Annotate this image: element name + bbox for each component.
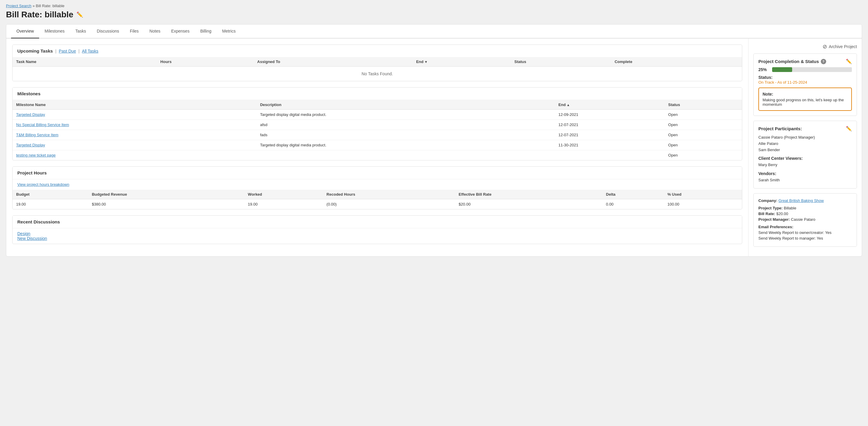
archive-button-label: Archive Project [829, 44, 857, 49]
col-assigned-to: Assigned To [254, 57, 412, 67]
upcoming-tasks-section: Upcoming Tasks | Past Due | All Tasks Ta… [12, 44, 742, 81]
help-icon[interactable]: ? [821, 59, 826, 64]
project-manager-row: Project Manager: Cassie Pataro [758, 217, 852, 222]
archive-project-button[interactable]: ⊘ Archive Project [823, 43, 857, 50]
status-label: Status: [758, 75, 772, 80]
completion-status-section: Project Completion & Status ? ✏️ 25% Sta… [753, 54, 857, 116]
note-label: Note: [763, 92, 848, 96]
vendor-sarah: Sarah Smith [758, 177, 852, 183]
cell-milestone-name: testing new ticket page [12, 150, 256, 160]
cell-milestone-desc: fads [256, 130, 555, 140]
edit-participants-button[interactable]: ✏️ [846, 126, 852, 131]
col-end: End▼ [412, 57, 511, 67]
discussion-design-link[interactable]: Design [17, 231, 30, 236]
breadcrumb-link[interactable]: Project Search [6, 4, 31, 8]
milestone-name-link[interactable]: No Special Billing Service Item [16, 122, 69, 127]
progress-bar-fill [772, 67, 792, 72]
tab-tasks[interactable]: Tasks [70, 25, 91, 38]
all-tasks-link[interactable]: All Tasks [82, 49, 98, 54]
participant-allie: Allie Pataro [758, 141, 852, 147]
participants-title-row: Project Participants: ✏️ [758, 126, 852, 131]
view-breakdown-link[interactable]: View project hours breakdown [17, 182, 737, 187]
cell-pct-used: 100.00 [664, 199, 742, 209]
edit-title-icon[interactable]: ✏️ [76, 11, 83, 18]
cell-worked: 19.00 [244, 199, 323, 209]
milestone-name-link[interactable]: Targeted Display [16, 112, 45, 117]
cell-budgeted-revenue: $380.00 [88, 199, 244, 209]
company-link[interactable]: Great British Baking Show [778, 199, 824, 203]
client-center-mary: Mary Berry [758, 162, 852, 168]
past-due-link[interactable]: Past Due [59, 49, 76, 54]
cell-milestone-name: Targeted Display [12, 140, 256, 150]
discussion-new-link[interactable]: New Discussion [17, 236, 47, 241]
archive-btn-row: ⊘ Archive Project [753, 43, 857, 50]
milestones-table: Milestone Name Description End▲ Status T… [12, 100, 742, 160]
recent-discussions-section: Recent Discussions Design New Discussion [12, 215, 742, 244]
col-complete: Complete [611, 57, 742, 67]
project-info-section: Company: Great British Baking Show Proje… [753, 193, 857, 247]
discussions-links: Design New Discussion [12, 228, 742, 244]
milestone-name-link[interactable]: T&M Billing Service Item [16, 133, 59, 137]
table-row: 19.00 $380.00 19.00 (0.00) $20.00 0.00 1… [12, 199, 742, 209]
progress-bar-background [772, 67, 852, 72]
cell-milestone-status: Open [664, 150, 742, 160]
vendors-label: Vendors: [758, 171, 852, 176]
cell-milestone-end: 12-09-2021 [555, 110, 664, 120]
tab-notes[interactable]: Notes [144, 25, 166, 38]
tab-expenses[interactable]: Expenses [166, 25, 195, 38]
progress-row: 25% [758, 67, 852, 72]
project-hours-section: Project Hours View project hours breakdo… [12, 166, 742, 209]
tab-overview[interactable]: Overview [11, 25, 39, 38]
participant-sam: Sam Bender [758, 147, 852, 153]
project-manager-value: Cassie Pataro [791, 217, 815, 222]
tab-milestones[interactable]: Milestones [39, 25, 70, 38]
col-hours: Hours [157, 57, 254, 67]
email-pref2-row: Send Weekly Report to manager: Yes [758, 236, 852, 241]
col-delta: Delta [602, 190, 664, 199]
tab-billing[interactable]: Billing [195, 25, 217, 38]
cell-milestone-name: Targeted Display [12, 110, 256, 120]
company-label: Company: [758, 199, 777, 203]
cell-milestone-end: 12-07-2021 [555, 130, 664, 140]
upcoming-tasks-title: Upcoming Tasks [17, 49, 53, 54]
recent-discussions-title: Recent Discussions [12, 216, 742, 228]
main-card: Overview Milestones Tasks Discussions Fi… [6, 24, 862, 256]
cell-milestone-desc: Targeted display digital media product. [256, 110, 555, 120]
cell-effective-bill-rate: $20.00 [455, 199, 602, 209]
col-pct-used: % Used [664, 190, 742, 199]
note-text: Making good progress on this, let's keep… [763, 98, 848, 106]
company-row: Company: Great British Baking Show [758, 199, 852, 203]
tab-bar: Overview Milestones Tasks Discussions Fi… [6, 25, 862, 38]
bill-rate-row: Bill Rate: $20.00 [758, 212, 852, 216]
email-pref1-value: Send Weekly Report to owner/creator: Yes [758, 230, 832, 235]
email-pref1-row: Send Weekly Report to owner/creator: Yes [758, 230, 852, 235]
edit-completion-button[interactable]: ✏️ [846, 59, 852, 64]
cell-milestone-status: Open [664, 110, 742, 120]
col-milestone-name: Milestone Name [12, 100, 256, 110]
milestones-section: Milestones Milestone Name Description En… [12, 87, 742, 160]
cell-milestone-end: 12-07-2021 [555, 120, 664, 130]
cell-milestone-desc: afsd [256, 120, 555, 130]
page-title: Bill Rate: billable [6, 10, 73, 20]
breadcrumb: Project Search » Bill Rate: billable [6, 4, 862, 8]
milestone-name-link[interactable]: Targeted Display [16, 143, 45, 147]
page-title-row: Bill Rate: billable ✏️ [6, 10, 862, 20]
note-box: Note: Making good progress on this, let'… [758, 88, 852, 111]
bill-rate-label: Bill Rate: [758, 212, 775, 216]
upcoming-tasks-header: Upcoming Tasks | Past Due | All Tasks [12, 45, 742, 57]
tab-discussions[interactable]: Discussions [91, 25, 125, 38]
cell-milestone-desc [256, 150, 555, 160]
project-hours-table: Budget Budgeted Revenue Worked Recoded H… [12, 190, 742, 209]
client-center-label: Client Center Viewers: [758, 156, 852, 161]
tab-files[interactable]: Files [125, 25, 144, 38]
participants-title: Project Participants: [758, 126, 802, 131]
table-row: Targeted DisplayTargeted display digital… [12, 110, 742, 120]
email-prefs-label: Email Preferences: [758, 225, 793, 229]
participant-manager: Cassie Pataro (Project Manager) [758, 134, 852, 141]
left-panel: Upcoming Tasks | Past Due | All Tasks Ta… [6, 38, 748, 256]
tab-metrics[interactable]: Metrics [217, 25, 241, 38]
table-row: testing new ticket pageOpen [12, 150, 742, 160]
milestone-name-link[interactable]: testing new ticket page [16, 153, 56, 157]
email-prefs-row: Email Preferences: [758, 225, 852, 229]
cell-milestone-desc: Targeted display digital media product. [256, 140, 555, 150]
